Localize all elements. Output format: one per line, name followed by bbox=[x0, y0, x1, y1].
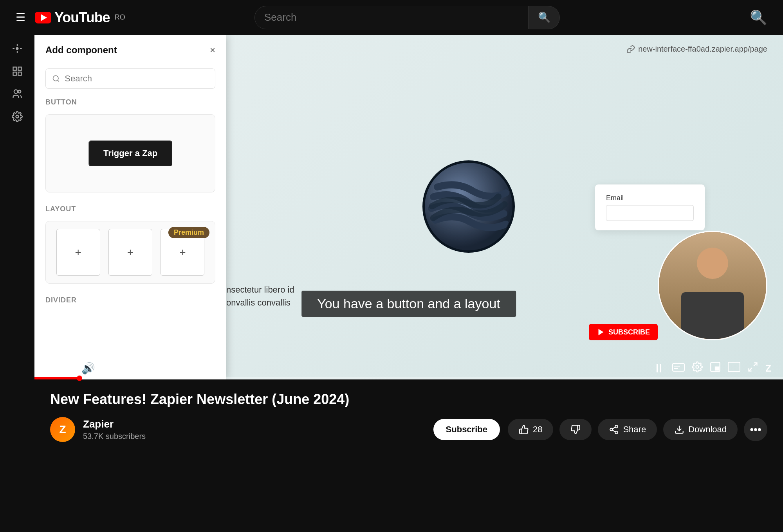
download-button[interactable]: Download bbox=[663, 419, 738, 440]
search-container: 🔍 bbox=[137, 6, 677, 29]
svg-point-10 bbox=[53, 75, 58, 81]
search-icon: 🔍 bbox=[538, 11, 550, 23]
layout-col-1[interactable]: + bbox=[56, 229, 100, 276]
nav-left: ☰ YouTubeRO bbox=[16, 9, 125, 26]
person-body bbox=[681, 292, 744, 339]
youtube-logo-text: YouTube bbox=[54, 9, 110, 26]
svg-rect-18 bbox=[728, 362, 740, 372]
like-button[interactable]: 28 bbox=[508, 419, 553, 440]
svg-line-19 bbox=[754, 363, 757, 366]
dislike-icon bbox=[570, 424, 581, 435]
svg-rect-2 bbox=[18, 67, 21, 70]
zapier-globe-area bbox=[422, 160, 516, 255]
webcam-overlay bbox=[658, 231, 767, 340]
button-section-label: BUTTON bbox=[34, 95, 226, 111]
channel-avatar: Z bbox=[50, 417, 75, 442]
nav-right: 🔍 bbox=[689, 9, 767, 26]
svg-rect-4 bbox=[18, 72, 21, 75]
menu-icon[interactable]: ☰ bbox=[16, 11, 25, 24]
layout-preview: Premium + + + bbox=[45, 221, 215, 284]
premium-badge: Premium bbox=[168, 227, 209, 238]
youtube-logo-icon bbox=[35, 12, 51, 23]
dialog-close-button[interactable]: × bbox=[210, 45, 215, 56]
youtube-logo-ro: RO bbox=[115, 13, 125, 22]
dialog-header: Add component × bbox=[34, 35, 226, 62]
pause-toggle[interactable]: ⏸ bbox=[653, 361, 665, 376]
video-meta: Z Zapier 53.7K subscribers Subscribe 28 bbox=[50, 417, 767, 442]
sidebar-icon-home[interactable] bbox=[12, 43, 23, 54]
url-text: new-interface-ffa0ad.zapier.app/page bbox=[638, 45, 767, 54]
svg-point-23 bbox=[615, 431, 618, 434]
trigger-zap-button[interactable]: Trigger a Zap bbox=[88, 140, 172, 166]
svg-rect-3 bbox=[13, 72, 16, 75]
webcam-person bbox=[659, 232, 766, 339]
dialog-search-bar[interactable] bbox=[45, 68, 215, 89]
fullscreen-button[interactable] bbox=[747, 361, 758, 375]
svg-point-0 bbox=[16, 47, 19, 50]
captions-button[interactable] bbox=[672, 362, 685, 374]
search-bar[interactable] bbox=[254, 6, 529, 29]
svg-line-25 bbox=[613, 427, 615, 429]
time-display: 0:08 / 2:21 bbox=[103, 363, 144, 374]
svg-rect-17 bbox=[715, 367, 719, 370]
like-count: 28 bbox=[533, 424, 542, 435]
miniplayer-button[interactable] bbox=[710, 361, 721, 375]
video-content: new-interface-ffa0ad.zapier.app/page bbox=[34, 35, 783, 379]
action-buttons: 28 Share Download ••• bbox=[508, 418, 767, 441]
download-icon bbox=[674, 424, 684, 435]
svg-point-21 bbox=[615, 425, 618, 428]
controls-right: ⏸ Z bbox=[653, 361, 771, 376]
email-input[interactable] bbox=[606, 205, 694, 221]
svg-line-20 bbox=[749, 368, 752, 371]
video-url-bar: new-interface-ffa0ad.zapier.app/page bbox=[626, 45, 767, 54]
channel-subs: 53.7K subscribers bbox=[83, 432, 426, 441]
youtube-nav: ☰ YouTubeRO 🔍 🔍 bbox=[0, 0, 783, 35]
search-button[interactable]: 🔍 bbox=[529, 6, 560, 29]
email-form: Email bbox=[595, 185, 705, 230]
layout-col-2[interactable]: + bbox=[108, 229, 152, 276]
sidebar-icon-settings[interactable] bbox=[12, 111, 23, 122]
svg-rect-1 bbox=[13, 67, 16, 70]
layout-section-label: LAYOUT bbox=[34, 202, 226, 218]
theater-button[interactable] bbox=[728, 362, 740, 375]
next-button[interactable]: ⏭ bbox=[63, 362, 74, 375]
channel-info: Zapier 53.7K subscribers bbox=[83, 418, 426, 441]
like-icon bbox=[519, 424, 529, 435]
progress-fill bbox=[34, 377, 79, 379]
button-preview: Trigger a Zap bbox=[45, 114, 215, 192]
progress-bar[interactable] bbox=[34, 377, 783, 379]
sidebar-icon-grid[interactable] bbox=[12, 66, 23, 77]
svg-marker-11 bbox=[599, 329, 604, 336]
subscribe-badge-text: SUBSCRIBE bbox=[608, 328, 650, 336]
subscribe-button[interactable]: Subscribe bbox=[433, 419, 500, 440]
person-head bbox=[697, 248, 728, 279]
dialog-search-input[interactable] bbox=[65, 74, 209, 84]
content-area: new-interface-ffa0ad.zapier.app/page bbox=[0, 35, 783, 532]
download-label: Download bbox=[688, 424, 727, 435]
zapier-globe-svg bbox=[422, 160, 516, 253]
video-player[interactable]: new-interface-ffa0ad.zapier.app/page bbox=[34, 35, 783, 379]
sidebar-icon-people[interactable] bbox=[12, 88, 23, 99]
settings-button[interactable] bbox=[692, 361, 703, 375]
search-nav-icon[interactable]: 🔍 bbox=[750, 9, 767, 26]
email-label: Email bbox=[606, 194, 694, 202]
share-button[interactable]: Share bbox=[598, 419, 657, 440]
dislike-button[interactable] bbox=[559, 419, 592, 440]
play-button[interactable]: ▶ bbox=[46, 362, 55, 375]
dialog-search-icon bbox=[52, 74, 60, 83]
svg-point-6 bbox=[18, 90, 21, 93]
play-icon bbox=[597, 328, 605, 336]
layout-section: Premium + + + bbox=[34, 218, 226, 287]
video-body-text: nsectetur libero id onvallis convallis bbox=[226, 283, 294, 309]
subtitle-bar: You have a button and a layout bbox=[301, 291, 516, 317]
volume-button[interactable]: 🔊 bbox=[81, 362, 95, 375]
youtube-logo[interactable]: YouTubeRO bbox=[35, 9, 125, 26]
search-input[interactable] bbox=[264, 11, 519, 23]
svg-rect-12 bbox=[673, 363, 684, 371]
video-controls: ▶ ⏭ 🔊 0:08 / 2:21 ⏸ bbox=[34, 361, 783, 376]
video-info: New Features! Zapier Newsletter (June 20… bbox=[34, 379, 783, 450]
subscribe-overlay-badge[interactable]: SUBSCRIBE bbox=[589, 324, 658, 340]
video-title: New Features! Zapier Newsletter (June 20… bbox=[50, 391, 767, 408]
more-options-button[interactable]: ••• bbox=[744, 418, 767, 441]
body-text-line2: onvallis convallis bbox=[226, 296, 294, 309]
